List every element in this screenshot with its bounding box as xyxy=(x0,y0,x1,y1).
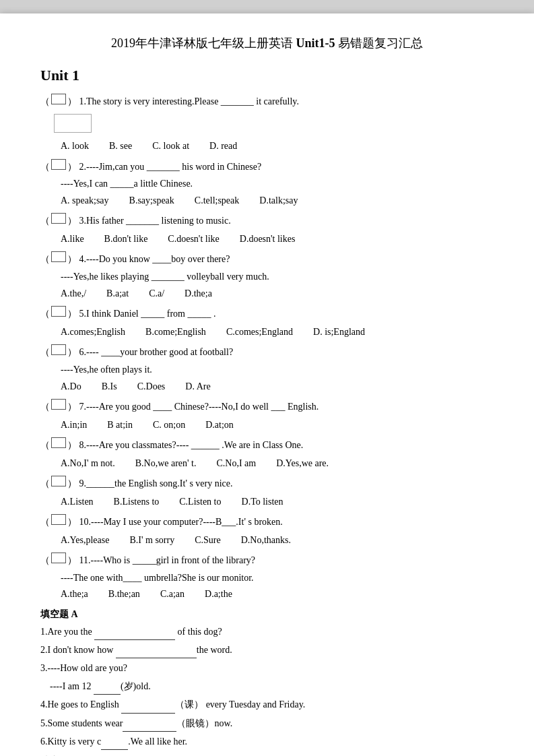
answer-blank-3[interactable] xyxy=(51,213,66,224)
answer-blank-10[interactable] xyxy=(51,514,66,525)
answer-blank-7[interactable] xyxy=(51,399,66,410)
fill-a-5: 5.Some students wear（眼镜）now. xyxy=(40,715,494,732)
options-6: A.Do B.Is C.Does D. Are xyxy=(61,378,494,395)
question-1: （ ） 1.The story is very interesting.Plea… xyxy=(40,94,494,155)
options-4: A.the,/ B.a;at C.a/ D.the;a xyxy=(61,285,494,302)
page-container: 2019年牛津译林版七年级上册英语 Unit1-5 易错题复习汇总 Unit 1… xyxy=(0,13,534,756)
options-5: A.comes;English B.come;English C.comes;E… xyxy=(61,323,494,340)
fill-a-3b: ----I am 12 (岁)old. xyxy=(40,678,494,695)
answer-blank-1[interactable] xyxy=(51,94,66,104)
page-title: 2019年牛津译林版七年级上册英语 Unit1-5 易错题复习汇总 xyxy=(40,34,494,53)
answer-blank-8[interactable] xyxy=(51,437,66,448)
fill-a-6: 6.Kitty is very c.We all like her. xyxy=(40,733,494,750)
question-9: （ ） 9.______the English song.It' s very … xyxy=(40,476,494,510)
question-7: （ ） 7.----Are you good ____ Chinese?----… xyxy=(40,399,494,433)
question-4: （ ） 4.----Do you know ____boy over there… xyxy=(40,251,494,302)
options-9: A.Listen B.Listens to C.Listen to D.To l… xyxy=(61,493,494,510)
question-5: （ ） 5.I think Daniel _____ from _____ . … xyxy=(40,306,494,340)
question-6: （ ） 6.---- ____your brother good at foot… xyxy=(40,344,494,395)
answer-blank-6[interactable] xyxy=(51,344,66,355)
fill-a-title: 填空题 A xyxy=(40,608,494,621)
options-8: A.No,I' m not. B.No,we aren' t. C.No,I a… xyxy=(61,455,494,472)
options-11: A.the;a B.the;an C.a;an D.a;the xyxy=(61,586,494,602)
answer-blank-4[interactable] xyxy=(51,251,66,262)
question-8: （ ） 8.----Are you classmates?---- ______… xyxy=(40,437,494,472)
fill-a-3: 3.----How old are you? xyxy=(40,660,494,676)
fill-a-1: 1.Are you the of this dog? xyxy=(40,623,494,640)
options-7: A.in;in B at;in C. on;on D.at;on xyxy=(61,416,494,433)
fill-a-4: 4.He goes to English （课） every Tuesday a… xyxy=(40,696,494,713)
options-3: A.like B.don't like C.doesn't like D.doe… xyxy=(61,230,494,247)
options-2: A. speak;say B.say;speak C.tell;speak D.… xyxy=(61,192,494,209)
answer-blank-5[interactable] xyxy=(51,306,66,317)
unit1-heading: Unit 1 xyxy=(40,67,494,84)
answer-blank-11[interactable] xyxy=(51,553,66,563)
answer-box-1 xyxy=(54,114,92,133)
answer-blank-9[interactable] xyxy=(51,476,66,486)
question-3: （ ） 3.His father _______ listening to mu… xyxy=(40,213,494,247)
question-2: （ ） 2.----Jim,can you _______ his word i… xyxy=(40,159,494,210)
options-1: A. look B. see C. look at D. read xyxy=(61,137,494,154)
fill-a-2: 2.I don't know how the word. xyxy=(40,641,494,658)
answer-blank-2[interactable] xyxy=(51,159,66,170)
question-11: （ ） 11.----Who is _____girl in front of … xyxy=(40,553,494,603)
options-10: A.Yes,please B.I' m sorry C.Sure D.No,th… xyxy=(61,532,494,548)
question-10: （ ） 10.----May I use your computer?----B… xyxy=(40,514,494,548)
